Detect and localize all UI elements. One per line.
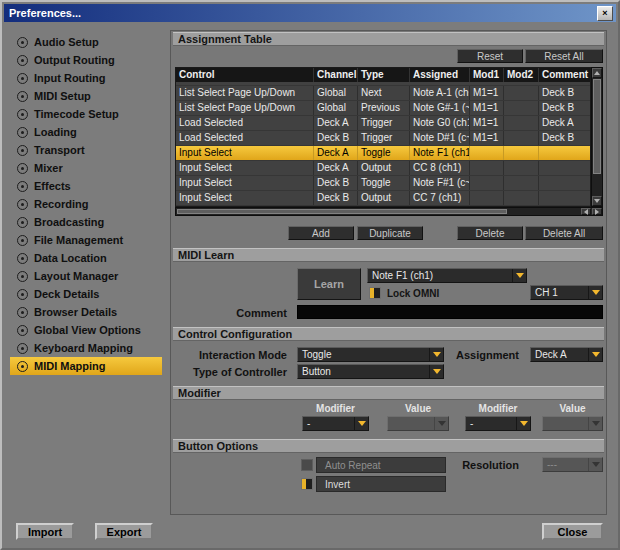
- add-button[interactable]: Add: [288, 226, 354, 240]
- scroll-up-button[interactable]: [592, 68, 602, 78]
- column-header-comment[interactable]: Comment: [539, 68, 591, 82]
- chevron-down-icon: [433, 369, 441, 374]
- invert-option[interactable]: Invert: [316, 476, 446, 492]
- arrow-down-icon: [594, 199, 600, 203]
- chevron-down-icon: [358, 421, 366, 426]
- table-row[interactable]: Input Select Deck A Output CC 8 (ch1): [176, 161, 590, 176]
- column-header-channel[interactable]: Channel: [314, 68, 358, 82]
- reset-all-button[interactable]: Reset All: [525, 49, 603, 63]
- interaction-mode-dropdown[interactable]: Toggle: [297, 347, 444, 362]
- arrow-up-icon: [594, 71, 600, 75]
- comment-label: Comment: [187, 307, 292, 319]
- sidebar-item[interactable]: Transport: [10, 141, 162, 159]
- chevron-down-icon: [438, 421, 446, 426]
- table-row[interactable]: Load Selected Deck A Trigger Note G0 (ch…: [176, 116, 590, 131]
- export-button[interactable]: Export: [95, 523, 153, 540]
- vscroll-thumb[interactable]: [593, 79, 601, 174]
- learn-button[interactable]: Learn: [297, 268, 361, 300]
- sidebar-item-label: Data Location: [34, 252, 107, 264]
- arrow-right-icon: [595, 209, 599, 215]
- table-row[interactable]: List Select Page Up/Down Global Previous…: [176, 101, 590, 116]
- cell-assigned: Note F#1 (c~: [410, 176, 470, 190]
- sidebar-item[interactable]: Output Routing: [10, 51, 162, 69]
- radio-icon: [17, 127, 28, 138]
- chevron-down-icon: [520, 421, 528, 426]
- import-button[interactable]: Import: [16, 523, 74, 540]
- cell-mod1: M1=1: [470, 86, 504, 100]
- table-vscrollbar[interactable]: [591, 67, 603, 207]
- chevron-down-icon: [592, 421, 600, 426]
- radio-icon: [17, 37, 28, 48]
- cell-assigned: CC 7 (ch1): [410, 191, 470, 205]
- invert-checkbox[interactable]: [301, 478, 313, 490]
- sidebar-item-label: Output Routing: [34, 54, 115, 66]
- modifier1-dropdown[interactable]: -: [302, 416, 369, 431]
- scroll-left-button[interactable]: [581, 208, 591, 215]
- cell-type: Toggle: [358, 146, 410, 160]
- delete-button[interactable]: Delete: [457, 226, 523, 240]
- column-header-type[interactable]: Type: [358, 68, 410, 82]
- lock-omni-label: Lock OMNI: [387, 288, 439, 299]
- close-button[interactable]: Close: [542, 523, 603, 540]
- sidebar-item[interactable]: Effects: [10, 177, 162, 195]
- sidebar-item[interactable]: Input Routing: [10, 69, 162, 87]
- comment-input[interactable]: [297, 305, 603, 319]
- cell-type: Trigger: [358, 116, 410, 130]
- sidebar-item[interactable]: MIDI Mapping: [10, 357, 162, 375]
- table-hscrollbar[interactable]: [175, 207, 603, 216]
- modifier2-dropdown[interactable]: -: [465, 416, 531, 431]
- cell-control: Load Selected: [176, 131, 314, 145]
- sidebar-item[interactable]: MIDI Setup: [10, 87, 162, 105]
- table-row[interactable]: Input Select Deck A Toggle Note F1 (ch1): [176, 146, 590, 161]
- sidebar-item[interactable]: Deck Details: [10, 285, 162, 303]
- sidebar-item[interactable]: Data Location: [10, 249, 162, 267]
- value1-dropdown: [387, 416, 449, 431]
- sidebar-item-label: Input Routing: [34, 72, 105, 84]
- radio-icon: [17, 235, 28, 246]
- sidebar-item[interactable]: Timecode Setup: [10, 105, 162, 123]
- type-of-controller-dropdown[interactable]: Button: [297, 364, 444, 379]
- channel-dropdown[interactable]: CH 1: [530, 285, 603, 300]
- sidebar-item[interactable]: Broadcasting: [10, 213, 162, 231]
- table-body: List Select Page Up/Down Global Next Not…: [176, 82, 590, 207]
- radio-icon: [17, 253, 28, 264]
- sidebar-item-label: Mixer: [34, 162, 63, 174]
- sidebar-item[interactable]: Browser Details: [10, 303, 162, 321]
- cell-mod2: [504, 86, 539, 100]
- sidebar-item[interactable]: Layout Manager: [10, 267, 162, 285]
- duplicate-button[interactable]: Duplicate: [357, 226, 423, 240]
- arrow-left-icon: [584, 209, 588, 215]
- reset-button[interactable]: Reset: [457, 49, 523, 63]
- assignment-dropdown[interactable]: Deck A: [530, 347, 603, 362]
- learned-assignment-dropdown[interactable]: Note F1 (ch1): [367, 268, 527, 283]
- column-header-mod1[interactable]: Mod1: [470, 68, 504, 82]
- table-row[interactable]: Input Select Deck B Toggle Note F#1 (c~: [176, 176, 590, 191]
- sidebar-item[interactable]: File Management: [10, 231, 162, 249]
- titlebar[interactable]: Preferences... ×: [4, 4, 616, 22]
- sidebar-item[interactable]: Loading: [10, 123, 162, 141]
- column-header-control[interactable]: Control: [176, 68, 314, 82]
- lock-omni-checkbox[interactable]: [369, 287, 381, 299]
- resolution-label: Resolution: [441, 459, 524, 471]
- window-close-button[interactable]: ×: [597, 6, 613, 21]
- table-row[interactable]: Load Selected Deck B Trigger Note D#1 (c…: [176, 131, 590, 146]
- delete-all-button[interactable]: Delete All: [525, 226, 603, 240]
- column-header-assigned[interactable]: Assigned: [410, 68, 470, 82]
- cell-control: Load Selected: [176, 116, 314, 130]
- interaction-mode-label: Interaction Mode: [171, 349, 292, 361]
- table-row[interactable]: List Select Page Up/Down Global Next Not…: [176, 86, 590, 101]
- table-row[interactable]: Input Select Deck B Output CC 7 (ch1): [176, 191, 590, 206]
- scroll-down-button[interactable]: [592, 196, 602, 206]
- scroll-right-button[interactable]: [592, 208, 602, 215]
- sidebar-item-label: Effects: [34, 180, 71, 192]
- sidebar-item[interactable]: Mixer: [10, 159, 162, 177]
- column-header-mod2[interactable]: Mod2: [504, 68, 539, 82]
- sidebar-item[interactable]: Keyboard Mapping: [10, 339, 162, 357]
- modifier1-column-label: Modifier: [302, 403, 369, 414]
- hscroll-thumb[interactable]: [177, 209, 507, 214]
- sidebar-item[interactable]: Audio Setup: [10, 33, 162, 51]
- window-title: Preferences...: [4, 7, 81, 19]
- sidebar-item[interactable]: Global View Options: [10, 321, 162, 339]
- cell-control: Input Select: [176, 146, 314, 160]
- sidebar-item[interactable]: Recording: [10, 195, 162, 213]
